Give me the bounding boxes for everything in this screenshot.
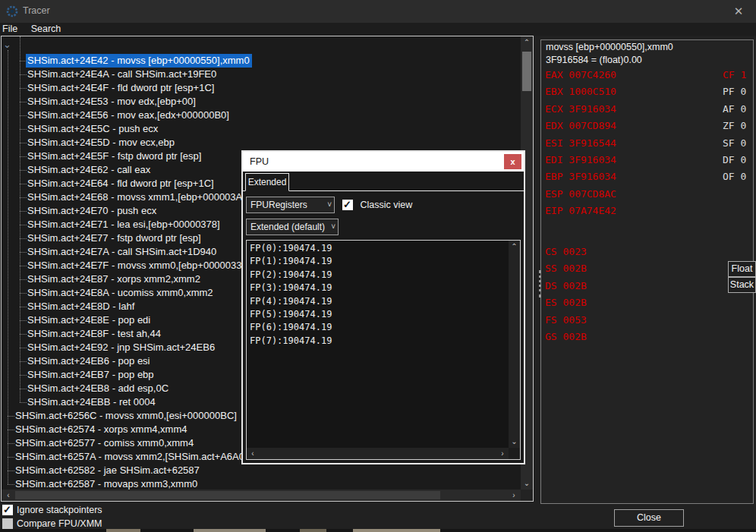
fpu-register-type-dropdown[interactable]: FPURegisters ˅ [246,197,335,213]
flag-value: AF 0 [723,103,746,115]
trace-instruction-label[interactable]: SHSim.act+24EBB - ret 0004 [26,395,158,409]
tree-expand-icon[interactable]: ⌄ [3,39,11,50]
tab-extended[interactable]: Extended [245,173,289,191]
tree-connector [20,252,27,253]
fp-register-line: FP(5):190474.19 [250,308,332,321]
trace-instruction-label[interactable]: SHSim.act+24E70 - push ecx [26,204,159,218]
fpu-close-button[interactable]: x [504,154,521,169]
tree-connector [20,115,27,116]
segment-value: SS 002B [545,263,587,274]
trace-instruction[interactable]: SHSim.act+62582 - jae SHSim.act+62587 [2,464,519,477]
classic-view-checkbox[interactable] [342,200,353,210]
fpu-titlebar[interactable]: FPU [243,152,524,172]
scroll-left-icon[interactable]: ‹ [3,490,14,501]
compare-fpu-xmm-row: Compare FPU/XMM [2,518,102,530]
scroll-left-icon[interactable]: ‹ [248,448,257,459]
trace-instruction-label[interactable]: SHSim.act+24E5F - fstp dword ptr [esp] [26,150,203,163]
trace-instruction-label[interactable]: SHSim.act+62577 - comiss xmm0,xmm4 [14,436,196,450]
flag-value: OF 0 [723,171,746,182]
trace-instruction-label[interactable]: SHSim.act+24E87 - xorps xmm2,xmm2 [26,272,203,286]
scrollbar-thumb[interactable] [15,491,440,499]
trace-instruction-label[interactable]: SHSim.act+24E56 - mov eax,[edx+000000B0] [26,109,232,122]
window-title: Tracer [23,5,50,16]
trace-instruction[interactable]: SHSim.act+24E5D - mov ecx,ebp [2,136,519,150]
tree-connector [20,102,27,102]
fpu-format-dropdown[interactable]: Extended (default) ˅ [246,219,339,235]
stack-button[interactable]: Stack [728,277,756,293]
tree-connector [20,61,27,61]
trace-instruction-label[interactable]: SHSim.act+24E4F - fld dword ptr [esp+1C] [26,81,216,95]
trace-instruction-label[interactable]: SHSim.act+6257A - movss xmm2,[SHSim.act+… [14,450,255,464]
menu-search[interactable]: Search [26,23,67,36]
scroll-up-icon[interactable]: ⌃ [509,241,520,252]
scroll-right-icon[interactable]: › [498,448,507,459]
segment-value: CS 0023 [545,246,587,257]
classic-view-label: Classic view [360,200,412,210]
trace-instruction-label[interactable]: SHSim.act+24EB6 - pop esi [26,354,153,368]
fpu-tabstrip: Extended [243,173,524,191]
tree-connector [20,211,27,212]
tree-connector [20,184,27,184]
trace-instruction[interactable]: SHSim.act+24E56 - mov eax,[edx+000000B0] [2,109,519,122]
tracer-window: Tracer ✕ File Search ⌄ SHSim.act+24E42 -… [0,0,756,532]
trace-instruction-label[interactable]: SHSim.act+24E8A - ucomiss xmm0,xmm2 [26,286,216,300]
trace-instruction-label[interactable]: SHSim.act+24E5D - mov ecx,ebp [26,136,177,150]
trace-instruction[interactable]: SHSim.act+24E4A - call SHSim.act+19FE0 [2,68,519,81]
trace-instruction-label[interactable]: SHSim.act+24E64 - fld dword ptr [esp+1C] [26,177,216,190]
scroll-right-icon[interactable]: › [509,490,519,501]
tree-connector [20,225,27,225]
trace-instruction-label[interactable]: SHSim.act+24E7F - movss xmm0,[ebp+000003… [26,259,252,272]
scrollbar-thumb[interactable] [522,52,531,91]
tree-horizontal-scrollbar[interactable]: ‹ › [2,490,521,501]
float-button[interactable]: Float [728,261,756,277]
trace-instruction[interactable]: SHSim.act+24E4F - fld dword ptr [esp+1C] [2,81,519,95]
trace-instruction-label[interactable]: SHSim.act+24E53 - mov edx,[ebp+00] [26,95,198,109]
address-info: 3F916584 = (float)0.00 [546,55,642,65]
trace-instruction[interactable]: SHSim.act+24E53 - mov edx,[ebp+00] [2,95,519,109]
classic-view-row: Classic view [342,199,412,210]
trace-instruction-label[interactable]: SHSim.act+24E77 - fstp dword ptr [esp] [26,231,203,245]
compare-fpu-xmm-checkbox[interactable] [2,518,13,529]
flag-value: CF 1 [723,69,746,80]
scroll-up-icon[interactable]: ⌃ [521,36,533,49]
tree-connector [20,375,27,376]
register-value: EBP 3F916034 [545,171,616,182]
fpu-values-memo[interactable]: FP(0):190474.19FP(1):190474.19FP(2):1904… [246,240,521,460]
ignore-stackpointers-checkbox[interactable] [2,505,13,515]
trace-instruction-label[interactable]: SHSim.act+24E8E - pop edi [26,313,153,327]
memo-vertical-scrollbar[interactable]: ⌃ ⌄ [509,241,520,448]
memo-horizontal-scrollbar[interactable]: ‹ › [247,448,509,459]
trace-instruction-label[interactable]: SHSim.act+24E8F - test ah,44 [26,327,163,341]
tree-connector [8,443,14,444]
scroll-down-icon[interactable]: ⌄ [509,436,520,447]
trace-instruction-label[interactable]: SHSim.act+62574 - xorps xmm4,xmm4 [14,423,189,436]
trace-instruction-label[interactable]: SHSim.act+24E42 - movss [ebp+00000550],x… [26,54,252,68]
trace-instruction-label[interactable]: SHSim.act+24EB7 - pop ebp [26,368,156,382]
tree-connector [8,430,14,430]
tree-connector [20,197,27,198]
trace-instruction-label[interactable]: SHSim.act+24EB8 - add esp,0C [26,382,171,395]
trace-instruction-label[interactable]: SHSim.act+24E92 - jnp SHSim.act+24EB6 [26,341,217,354]
menu-file[interactable]: File [0,23,23,36]
tree-connector [20,156,27,157]
fp-register-line: FP(4):190474.19 [250,295,332,308]
trace-instruction-label[interactable]: SHSim.act+24E7A - call SHSim.act+1D940 [26,245,219,259]
trace-instruction-label[interactable]: SHSim.act+24E5C - push ecx [26,122,160,136]
trace-instruction-label[interactable]: SHSim.act+6256C - movss xmm0,[esi+000000… [14,409,239,423]
panel-splitter-handle[interactable] [539,270,541,297]
chevron-down-icon: ˅ [327,197,332,212]
trace-instruction-label[interactable]: SHSim.act+62582 - jae SHSim.act+62587 [14,464,202,477]
tree-connector [20,279,27,280]
tree-connector [20,334,27,335]
trace-instruction[interactable]: SHSim.act+24E5C - push ecx [2,122,519,136]
trace-instruction-label[interactable]: SHSim.act+24E4A - call SHSim.act+19FE0 [26,68,219,81]
compare-fpu-xmm-label: Compare FPU/XMM [17,518,102,529]
trace-instruction[interactable]: SHSim.act+24E42 - movss [ebp+00000550],x… [2,54,519,68]
scroll-down-icon[interactable]: ⌄ [521,477,533,490]
trace-instruction-label[interactable]: SHSim.act+24E62 - call eax [26,163,153,177]
window-close-button[interactable]: ✕ [727,2,750,21]
close-button[interactable]: Close [614,509,684,527]
trace-instruction-label[interactable]: SHSim.act+24E71 - lea esi,[ebp+00000378] [26,218,222,231]
trace-instruction-label[interactable]: SHSim.act+24E68 - movss xmm1,[ebp+000003… [26,190,253,204]
trace-instruction-label[interactable]: SHSim.act+24E8D - lahf [26,300,137,313]
